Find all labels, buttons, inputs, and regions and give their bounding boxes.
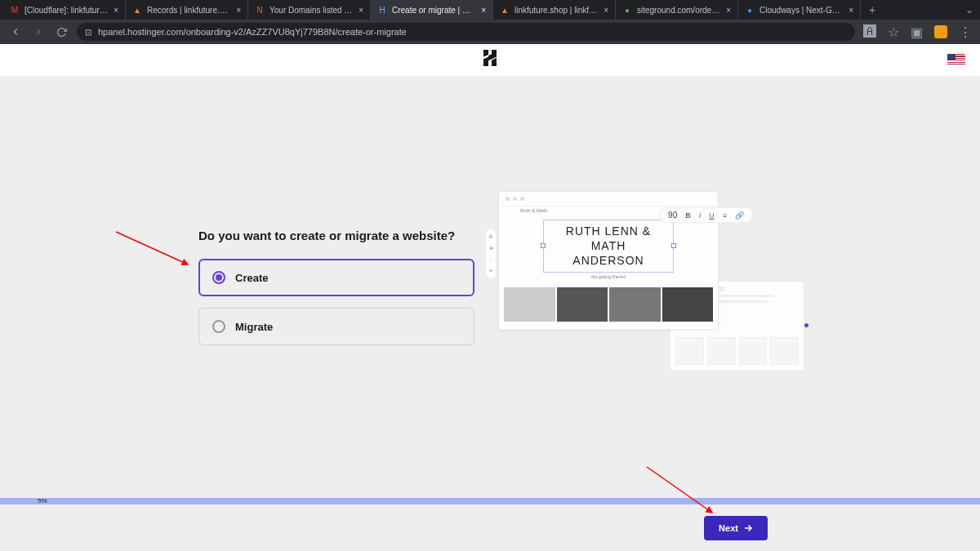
radio-icon (212, 320, 225, 333)
menu-icon[interactable]: ⋮ (959, 24, 972, 40)
close-icon[interactable]: × (849, 6, 853, 15)
tab-title: siteground.com/order-verific (637, 6, 721, 15)
layers-icon[interactable]: ◈ (489, 245, 493, 251)
cloudways-icon: ● (745, 5, 755, 15)
close-icon[interactable]: × (604, 6, 608, 15)
window-dots (499, 192, 718, 207)
tab-2[interactable]: N Your Domains listed in one pl × (248, 0, 371, 20)
tab-title: Create or migrate | Hostinger (392, 6, 476, 15)
tab-5[interactable]: ● siteground.com/order-verific × (616, 0, 738, 20)
preview-photos (499, 287, 718, 322)
namecheap-icon: N (255, 5, 265, 15)
close-icon[interactable]: × (114, 6, 118, 15)
radio-icon (212, 271, 225, 284)
italic-icon[interactable]: I (699, 211, 702, 220)
tab-title: [Cloudflare]: linkfuture.shop (24, 6, 109, 15)
link-icon[interactable]: 🔗 (735, 211, 744, 220)
panel-icon[interactable]: ▣ (911, 24, 923, 40)
close-icon[interactable]: × (236, 6, 241, 15)
onboarding-content: Do you want to create or migrate a websi… (0, 77, 980, 551)
chevron-down-icon[interactable]: ⌄ (965, 4, 973, 16)
site-info-icon[interactable]: ⊡ (85, 28, 91, 37)
font-size-value[interactable]: 90 (668, 211, 677, 220)
onboarding-question: Do you want to create or migrate a websi… (198, 229, 474, 242)
next-button[interactable]: Next (704, 516, 768, 540)
url-input[interactable]: ⊡ hpanel.hostinger.com/onboarding-v2/AzZ… (77, 23, 855, 41)
preview-headline-box: RUTH LENN & MATH ANDERSON (543, 220, 674, 273)
preview-subhead: Are getting Married (499, 274, 718, 279)
window-controls: ⌄ (965, 0, 980, 20)
option-migrate[interactable]: Migrate (198, 308, 474, 345)
tab-6[interactable]: ● Cloudways | Next-Gen Cloud × (738, 0, 861, 20)
gmail-icon: M (10, 5, 20, 15)
option-create[interactable]: Create (198, 259, 474, 296)
tab-title: Your Domains listed in one pl (270, 6, 354, 15)
preview-headline-2: ANDERSON (549, 253, 668, 268)
translate-icon[interactable]: 🅰 (863, 24, 876, 39)
cloudflare-icon: ▲ (132, 5, 142, 15)
next-label: Next (719, 523, 738, 533)
page-header (0, 44, 980, 77)
tab-0[interactable]: M [Cloudflare]: linkfuture.shop × (3, 0, 126, 20)
browser-tab-strip: M [Cloudflare]: linkfuture.shop × ▲ Reco… (0, 0, 980, 20)
back-button[interactable] (8, 24, 23, 39)
add-icon[interactable]: ⊕ (488, 233, 493, 240)
editor-toolbar: 90 B I U ≡ 🔗 (659, 207, 753, 223)
style-icon[interactable]: ♢ (488, 256, 493, 263)
address-bar: ⊡ hpanel.hostinger.com/onboarding-v2/AzZ… (0, 20, 980, 44)
language-flag-us[interactable] (947, 54, 965, 66)
close-icon[interactable]: × (359, 6, 363, 15)
reload-button[interactable] (54, 24, 69, 39)
bookmark-icon[interactable]: ☆ (888, 24, 899, 40)
preview-headline-1: RUTH LENN & MATH (549, 224, 668, 253)
option-label: Create (235, 272, 268, 284)
close-icon[interactable]: × (481, 6, 486, 15)
editor-side-tools: ⊕ ◈ ♢ ✦ (485, 229, 497, 279)
carousel-dot (804, 323, 808, 327)
tab-3-active[interactable]: H Create or migrate | Hostinger × (371, 0, 493, 20)
tab-title: Cloudways | Next-Gen Cloud (760, 6, 844, 15)
url-text: hpanel.hostinger.com/onboarding-v2/AzZZ7… (98, 27, 407, 37)
onboarding-progress-bar: 5% (0, 498, 980, 504)
cloudflare-icon: ▲ (500, 5, 510, 15)
progress-percent: 5% (38, 497, 47, 504)
hostinger-icon: H (377, 5, 387, 15)
tab-4[interactable]: ▲ linkfuture.shop | linkfuture.sh × (493, 0, 616, 20)
tab-1[interactable]: ▲ Records | linkfuture.shop | M × (126, 0, 248, 20)
underline-icon[interactable]: U (709, 211, 715, 220)
arrow-right-icon (743, 523, 753, 533)
hostinger-logo[interactable] (483, 50, 497, 70)
list-icon[interactable]: ≡ (723, 211, 727, 220)
tab-title: Records | linkfuture.shop | M (147, 6, 231, 15)
close-icon[interactable]: × (726, 6, 731, 15)
new-tab-button[interactable]: + (861, 0, 884, 20)
extension-icon[interactable] (934, 25, 947, 38)
ai-icon[interactable]: ✦ (488, 268, 493, 274)
bold-icon[interactable]: B (685, 211, 691, 220)
forward-button[interactable] (31, 24, 46, 39)
tab-title: linkfuture.shop | linkfuture.sh (514, 6, 599, 15)
siteground-icon: ● (622, 5, 632, 15)
builder-preview-illustration: 90 B I U ≡ 🔗 Ruth & Math RUTH LENN & MAT… (498, 191, 760, 375)
option-label: Migrate (235, 321, 273, 333)
